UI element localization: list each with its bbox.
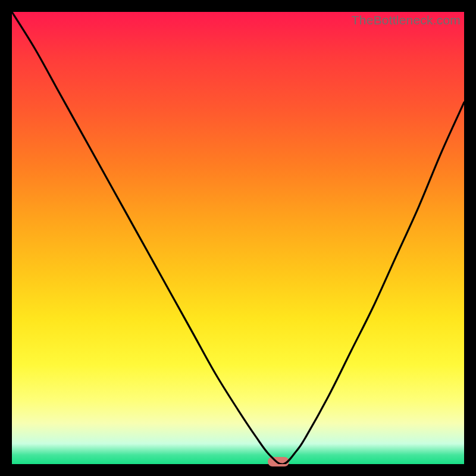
curve-svg [12,12,464,464]
watermark-text: TheBottleneck.com [352,13,461,27]
plot-area: TheBottleneck.com [12,12,464,464]
bottleneck-curve-path [12,12,464,464]
chart-container: TheBottleneck.com [0,0,476,476]
